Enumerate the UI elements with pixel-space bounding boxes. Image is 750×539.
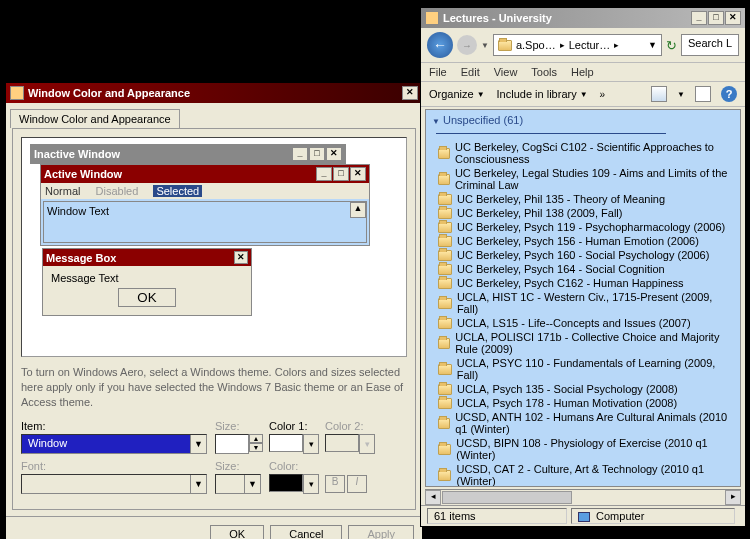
folder-icon [438,148,450,159]
search-box[interactable]: Search L [681,34,739,56]
preview-menubar[interactable]: Normal Disabled Selected [41,183,369,199]
font-color-swatch[interactable] [269,474,303,492]
maximize-button[interactable]: □ [708,11,724,25]
folder-icon [438,264,452,275]
folder-icon [438,470,451,481]
folder-item[interactable]: UCSD, ANTH 102 - Humans Are Cultural Ani… [426,410,740,436]
chevron-right-icon[interactable]: ▸ [614,40,619,50]
folder-item[interactable]: UCLA, Psych 135 - Social Psychology (200… [426,382,740,396]
status-item-count: 61 items [427,508,567,524]
folder-name: UCSD, CAT 2 - Culture, Art & Technology … [456,463,734,487]
chevron-down-icon[interactable]: ▼ [677,90,685,99]
organize-button[interactable]: Organize ▼ [429,88,485,100]
message-ok-button[interactable]: OK [118,288,175,307]
computer-icon [578,512,590,522]
folder-item[interactable]: UC Berkeley, Psych 119 - Psychopharmacol… [426,220,740,234]
item-dropdown[interactable]: Window ▼ [21,434,207,454]
preview-inactive-window[interactable]: Inactive Window _ □ ✕ [30,144,346,164]
toolbar: Organize ▼ Include in library ▼ » ▼ ? [421,82,745,107]
tab-color-appearance[interactable]: Window Color and Appearance [10,109,180,128]
ok-button[interactable]: OK [210,525,264,539]
folder-name: UC Berkeley, CogSci C102 - Scientific Ap… [455,141,734,165]
scroll-thumb[interactable] [442,491,572,504]
minimize-button[interactable]: _ [691,11,707,25]
folder-name: UCLA, Psych 178 - Human Motivation (2008… [457,397,677,409]
active-window-title: Active Window [44,168,122,180]
folder-icon [438,174,450,185]
close-button[interactable]: ✕ [725,11,741,25]
breadcrumb-seg[interactable]: a.Spo… [516,39,556,51]
menu-file[interactable]: File [429,66,447,78]
folder-item[interactable]: UC Berkeley, Psych 156 - Human Emotion (… [426,234,740,248]
cancel-button[interactable]: Cancel [270,525,342,539]
folder-item[interactable]: UC Berkeley, Psych 160 - Social Psycholo… [426,248,740,262]
color2-swatch [325,434,359,452]
size-input[interactable] [215,434,249,454]
preview-message-box[interactable]: Message Box ✕ Message Text OK [42,248,252,316]
folder-item[interactable]: UCSD, CAT 2 - Culture, Art & Technology … [426,462,740,487]
history-dropdown[interactable]: ▼ [481,41,489,50]
include-library-button[interactable]: Include in library ▼ [497,88,588,100]
menu-help[interactable]: Help [571,66,594,78]
folder-item[interactable]: UC Berkeley, Psych C162 - Human Happines… [426,276,740,290]
font-color-label: Color: [269,460,319,472]
dialog-title: Window Color and Appearance [28,87,190,99]
file-list[interactable]: ▼ Unspecified (61) UC Berkeley, CogSci C… [425,109,741,487]
message-text: Message Text [43,266,251,288]
preview-active-window[interactable]: Active Window _ □ ✕ Normal Disabled Sele… [40,164,370,246]
overflow-icon[interactable]: » [600,89,606,100]
folder-icon [438,298,452,309]
folder-name: UCSD, BIPN 108 - Physiology of Exercise … [456,437,734,461]
chevron-down-icon: ▼ [190,475,206,493]
view-options-button[interactable] [651,86,667,102]
folder-item[interactable]: UCLA, PSYC 110 - Fundamentals of Learnin… [426,356,740,382]
folder-item[interactable]: UC Berkeley, Legal Studies 109 - Aims an… [426,166,740,192]
folder-item[interactable]: UCLA, Psych 178 - Human Motivation (2008… [426,396,740,410]
horizontal-scrollbar[interactable]: ◂ ▸ [425,489,741,505]
back-button[interactable]: ← [427,32,453,58]
address-bar[interactable]: a.Spo… ▸ Lectur… ▸ ▼ [493,34,662,56]
menu-normal: Normal [45,185,80,197]
folder-item[interactable]: UC Berkeley, Phil 135 - Theory of Meanin… [426,192,740,206]
folder-name: UCLA, POLISCI 171b - Collective Choice a… [455,331,734,355]
scroll-left-button[interactable]: ◂ [425,490,441,505]
minimize-icon: _ [316,167,332,181]
spinner-up[interactable]: ▲ [249,434,263,443]
menu-tools[interactable]: Tools [531,66,557,78]
refresh-button[interactable]: ↻ [666,38,677,53]
folder-item[interactable]: UC Berkeley, CogSci C102 - Scientific Ap… [426,140,740,166]
folder-item[interactable]: UCSD, BIPN 108 - Physiology of Exercise … [426,436,740,462]
folder-item[interactable]: UCLA, LS15 - Life--Concepts and Issues (… [426,316,740,330]
folder-icon [438,398,452,409]
preview-window-text-area[interactable]: Window Text ▲ [43,201,367,243]
size-label: Size: [215,420,263,432]
folder-item[interactable]: UCLA, HIST 1C - Western Civ., 1715-Prese… [426,290,740,316]
tab-content: Inactive Window _ □ ✕ Active Window _ □ [12,128,416,510]
preview-pane-button[interactable] [695,86,711,102]
menu-selected: Selected [153,185,202,197]
color1-swatch[interactable] [269,434,303,452]
scroll-right-button[interactable]: ▸ [725,490,741,505]
menu-edit[interactable]: Edit [461,66,480,78]
chevron-down-icon[interactable]: ▾ [303,474,319,494]
help-icon[interactable]: ? [721,86,737,102]
folder-item[interactable]: UC Berkeley, Phil 138 (2009, Fall) [426,206,740,220]
color-appearance-dialog: Window Color and Appearance ✕ Window Col… [5,82,423,539]
spinner-down[interactable]: ▼ [249,443,263,452]
folder-item[interactable]: UC Berkeley, Psych 164 - Social Cognitio… [426,262,740,276]
folder-item[interactable]: UCLA, POLISCI 171b - Collective Choice a… [426,330,740,356]
font-size-label: Size: [215,460,263,472]
close-button[interactable]: ✕ [402,86,418,100]
breadcrumb-seg[interactable]: Lectur… [569,39,611,51]
chevron-down-icon[interactable]: ▼ [648,40,657,50]
status-bar: 61 items Computer [421,505,745,526]
group-header[interactable]: ▼ Unspecified (61) [426,110,740,140]
folder-name: UC Berkeley, Phil 138 (2009, Fall) [457,207,622,219]
folder-name: UCLA, Psych 135 - Social Psychology (200… [457,383,678,395]
explorer-titlebar[interactable]: Lectures - University _ □ ✕ [421,8,745,28]
dialog-titlebar[interactable]: Window Color and Appearance ✕ [6,83,422,103]
chevron-right-icon[interactable]: ▸ [560,40,565,50]
chevron-down-icon[interactable]: ▾ [303,434,319,454]
menu-view[interactable]: View [494,66,518,78]
scroll-up-arrow: ▲ [350,202,366,218]
